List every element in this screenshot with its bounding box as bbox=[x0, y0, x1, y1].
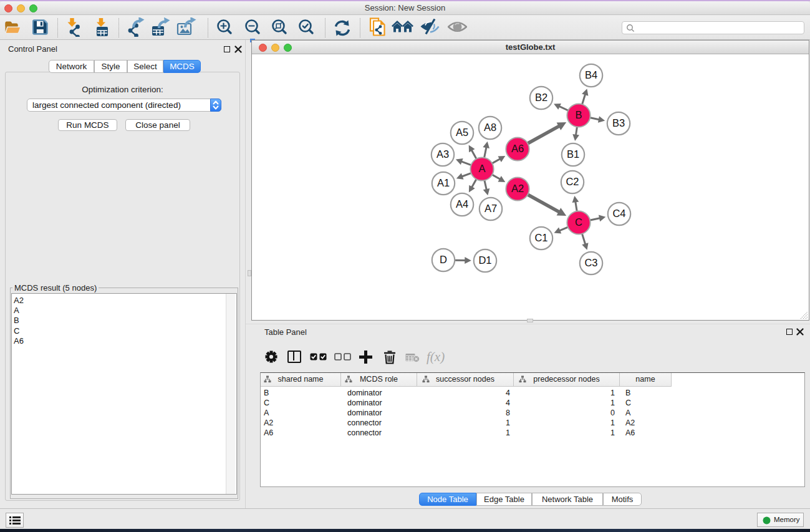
svg-text:A4: A4 bbox=[456, 198, 468, 210]
svg-text:B3: B3 bbox=[612, 117, 625, 128]
svg-text:D: D bbox=[440, 254, 447, 265]
svg-text:A2: A2 bbox=[511, 183, 524, 194]
svg-text:A: A bbox=[478, 163, 485, 174]
svg-text:A7: A7 bbox=[485, 203, 497, 214]
svg-text:C2: C2 bbox=[566, 176, 579, 187]
svg-text:D1: D1 bbox=[478, 254, 491, 266]
svg-text:C3: C3 bbox=[584, 257, 597, 268]
svg-text:C1: C1 bbox=[534, 232, 547, 243]
svg-text:B: B bbox=[575, 109, 582, 120]
svg-text:A5: A5 bbox=[456, 127, 468, 138]
svg-text:B1: B1 bbox=[567, 148, 579, 160]
svg-text:A6: A6 bbox=[511, 143, 524, 154]
svg-text:C4: C4 bbox=[612, 208, 625, 219]
svg-text:A8: A8 bbox=[484, 122, 496, 133]
svg-text:B4: B4 bbox=[585, 69, 597, 80]
svg-text:C: C bbox=[575, 216, 582, 228]
svg-text:B2: B2 bbox=[535, 92, 547, 103]
svg-text:A3: A3 bbox=[436, 148, 449, 160]
svg-text:A1: A1 bbox=[437, 177, 450, 188]
